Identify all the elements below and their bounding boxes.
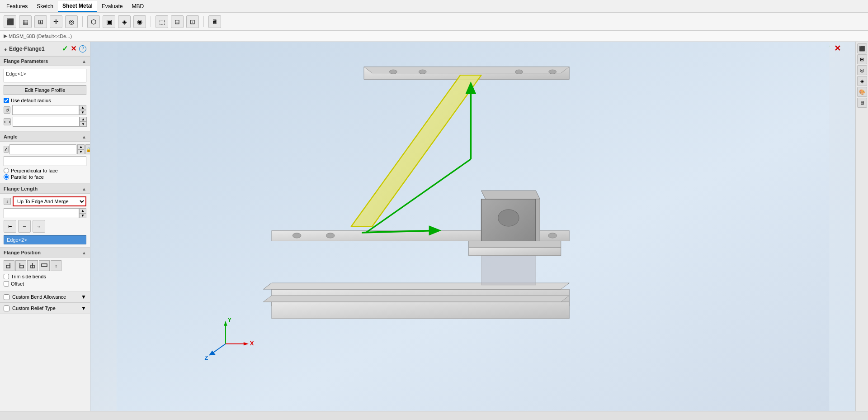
menu-sketch[interactable]: Sketch: [32, 1, 58, 11]
length-btn-2[interactable]: ⊣: [18, 220, 31, 233]
custom-bend-allowance-label-row: Custom Bend Allowance: [4, 294, 66, 300]
menu-mbd[interactable]: MBD: [127, 1, 148, 11]
custom-bend-allowance-expand[interactable]: ▼: [81, 294, 86, 300]
toolbar-btn-8[interactable]: ◈: [118, 15, 131, 28]
svg-text:Z: Z: [205, 354, 208, 361]
flange-position-header[interactable]: Flange Position ▲: [0, 248, 90, 258]
thickness-down-arrow[interactable]: ▼: [80, 122, 87, 127]
radius-input-group: 3.00mm ▲ ▼: [12, 105, 86, 115]
length-input[interactable]: 247.93568469mm: [4, 208, 79, 218]
help-button[interactable]: ?: [79, 45, 86, 52]
flange-type-row: ↕ Up To Edge And Merge Blind Up To Verte…: [4, 196, 86, 206]
angle-collapse[interactable]: ▲: [82, 134, 86, 139]
custom-relief-type-checkbox[interactable]: [4, 305, 9, 311]
custom-relief-type-expand[interactable]: ▼: [81, 305, 86, 311]
toolbar-btn-9[interactable]: ◉: [133, 15, 146, 28]
custom-bend-allowance-header[interactable]: Custom Bend Allowance ▼: [0, 291, 90, 302]
perpendicular-radio[interactable]: [4, 168, 9, 173]
length-up-arrow[interactable]: ▲: [79, 208, 86, 213]
custom-relief-type-header[interactable]: Custom Relief Type ▼: [0, 303, 90, 314]
use-default-radius-row: Use default radius: [4, 98, 86, 103]
length-arrows: ▲ ▼: [79, 208, 86, 218]
pos-icon-4[interactable]: [39, 260, 50, 271]
angle-blank-input[interactable]: [4, 156, 86, 166]
length-row: 247.93568469mm ▲ ▼: [4, 208, 86, 218]
svg-rect-6: [42, 264, 47, 267]
viewport: ✓ ✕: [90, 42, 855, 411]
length-btn-3[interactable]: ↔: [33, 220, 45, 233]
right-icon-5[interactable]: 🎨: [857, 87, 867, 97]
status-bar: [0, 411, 868, 420]
use-default-radius-checkbox[interactable]: [4, 98, 9, 103]
right-panel: ⬛ ⊞ ◎ ◈ 🎨 🖥: [855, 42, 868, 411]
edge-list: Edge<1>: [4, 69, 86, 82]
radius-input[interactable]: 3.00mm: [12, 105, 79, 115]
menu-features[interactable]: Features: [2, 1, 32, 11]
accept-button[interactable]: ✓: [62, 44, 68, 53]
toolbar-btn-12[interactable]: ⊡: [186, 15, 199, 28]
radius-down-arrow[interactable]: ▼: [79, 110, 86, 115]
toolbar-btn-11[interactable]: ⊟: [171, 15, 184, 28]
toolbar-btn-7[interactable]: ▣: [103, 15, 115, 28]
trim-side-bends-checkbox[interactable]: [4, 274, 9, 279]
length-input-group: 247.93568469mm ▲ ▼: [4, 208, 86, 218]
length-down-arrow[interactable]: ▼: [79, 213, 86, 218]
length-btn-1[interactable]: ⊢: [4, 220, 16, 233]
feature-title-bar: ⬧ Edge-Flange1 ✓ ✕ ?: [0, 42, 90, 56]
angle-up-arrow[interactable]: ▲: [77, 144, 85, 149]
flange-position-title: Flange Position: [4, 250, 41, 255]
parallel-radio[interactable]: [4, 174, 9, 180]
pos-icon-1[interactable]: [4, 260, 14, 271]
right-icon-3[interactable]: ◎: [857, 65, 867, 75]
offset-checkbox[interactable]: [4, 281, 9, 286]
angle-header[interactable]: Angle ▲: [0, 132, 90, 142]
right-icon-2[interactable]: ⊞: [857, 54, 867, 64]
main-content: ⬧ Edge-Flange1 ✓ ✕ ? Flange Parameters ▲…: [0, 42, 868, 411]
flange-length-collapse[interactable]: ▲: [82, 186, 86, 191]
right-icon-1[interactable]: ⬛: [857, 43, 867, 53]
toolbar-btn-6[interactable]: ⬡: [87, 15, 100, 28]
toolbar-btn-3[interactable]: ⊞: [34, 15, 47, 28]
svg-rect-8: [117, 42, 829, 411]
toolbar-btn-2[interactable]: ▦: [19, 15, 32, 28]
cancel-button[interactable]: ✕: [71, 44, 76, 53]
flange-parameters-header[interactable]: Flange Parameters ▲: [0, 56, 90, 66]
flange-parameters-collapse[interactable]: ▲: [82, 59, 86, 64]
thickness-arrows: ▲ ▼: [80, 117, 87, 127]
pos-icon-5[interactable]: ↕: [51, 260, 61, 271]
radius-row: ↺ 3.00mm ▲ ▼: [4, 105, 86, 115]
toolbar-btn-4[interactable]: ✛: [50, 15, 62, 28]
edit-flange-profile-button[interactable]: Edit Flange Profile: [4, 85, 86, 95]
edge2-input[interactable]: Edge<2>: [4, 235, 86, 244]
flange-parameters-title: Flange Parameters: [4, 58, 48, 64]
toolbar-btn-5[interactable]: ◎: [65, 15, 78, 28]
angle-arrows: ▲ ▼: [77, 144, 85, 154]
angle-down-arrow[interactable]: ▼: [77, 149, 85, 154]
svg-rect-2: [20, 265, 24, 268]
menu-sheet-metal[interactable]: Sheet Metal: [58, 1, 97, 12]
right-icon-6[interactable]: 🖥: [857, 98, 867, 108]
pos-icon-2[interactable]: [15, 260, 26, 271]
toolbar-btn-1[interactable]: ⬛: [4, 15, 16, 28]
custom-bend-allowance-label: Custom Bend Allowance: [12, 294, 66, 300]
toolbar-btn-10[interactable]: ⬚: [156, 15, 168, 28]
svg-point-13: [326, 233, 335, 238]
perpendicular-row: Perpendicular to face: [4, 168, 86, 173]
toolbar-btn-display[interactable]: 🖥: [208, 15, 221, 28]
angle-input[interactable]: 32.35521344deg: [9, 144, 76, 154]
right-icon-4[interactable]: ◈: [857, 76, 867, 86]
menu-evaluate[interactable]: Evaluate: [97, 1, 127, 11]
flange-length-header[interactable]: Flange Length ▲: [0, 184, 90, 194]
thickness-up-arrow[interactable]: ▲: [80, 117, 87, 122]
svg-text:Y: Y: [228, 316, 232, 323]
svg-point-12: [292, 233, 301, 238]
custom-bend-allowance-checkbox[interactable]: [4, 294, 9, 300]
pos-icon-3[interactable]: [27, 260, 38, 271]
angle-lock-button[interactable]: 🔒: [85, 144, 90, 154]
radius-up-arrow[interactable]: ▲: [79, 105, 86, 110]
flange-position-collapse[interactable]: ▲: [82, 250, 86, 255]
thickness-input[interactable]: 0.254mm: [13, 117, 80, 127]
svg-marker-31: [481, 191, 540, 199]
thickness-input-group: 0.254mm ▲ ▼: [13, 117, 87, 127]
flange-type-dropdown[interactable]: Up To Edge And Merge Blind Up To Vertex …: [13, 196, 86, 206]
